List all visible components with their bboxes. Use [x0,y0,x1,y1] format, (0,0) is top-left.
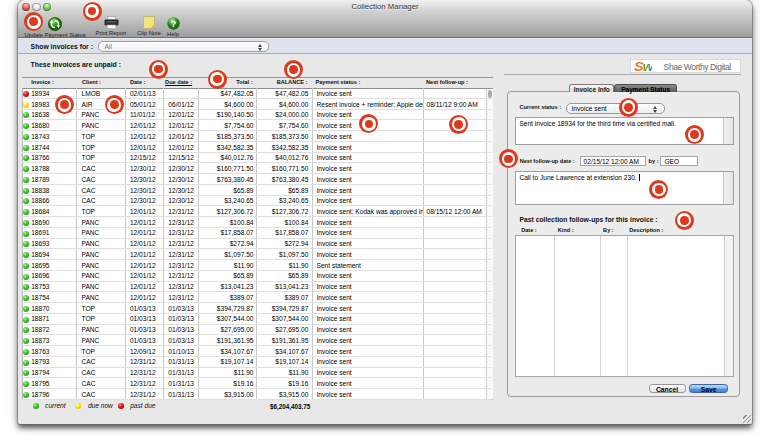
svg-text:?: ? [170,18,176,28]
